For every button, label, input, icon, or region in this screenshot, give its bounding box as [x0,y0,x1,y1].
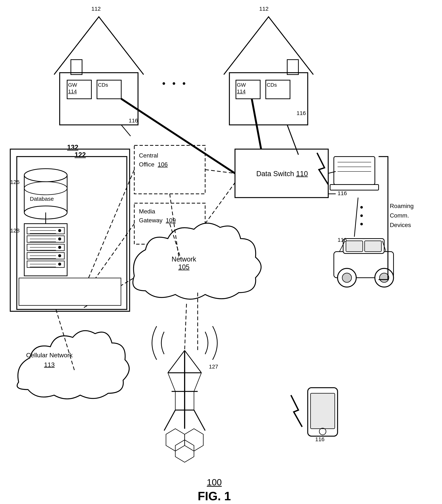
ref-116-car: 116 [338,237,347,243]
svg-marker-67 [175,440,194,462]
ref-105: 105 [178,263,189,271]
figure-title: FIG. 1 [198,489,231,503]
lightning-icon-lower [291,395,302,427]
svg-rect-0 [60,73,138,125]
svg-point-26 [58,254,61,257]
ref-116-right-house: 116 [296,110,306,116]
server-icon [24,224,67,276]
svg-line-63 [164,410,175,431]
svg-rect-22 [27,261,64,267]
svg-line-77 [84,170,134,289]
svg-point-15 [24,182,67,195]
svg-rect-13 [24,175,67,212]
roaming-comm-area: RoamingComm.Devices [390,201,414,230]
data-switch-label: Data Switch [256,170,296,178]
figure-number-area: 100 FIG. 1 [198,477,231,503]
ref-114a: 114 [68,88,77,94]
house-right [224,17,313,125]
svg-point-50 [380,273,389,282]
svg-rect-43 [334,252,393,278]
database-icon [24,169,67,219]
svg-line-86 [121,125,130,136]
cellular-network-area: Cellular Network 113 [26,350,73,369]
svg-point-25 [58,246,61,249]
svg-line-82 [328,172,336,173]
svg-rect-21 [27,253,64,259]
cellular-network-label: Cellular Network [26,351,73,359]
roaming-comm-label: RoamingComm.Devices [390,203,414,228]
svg-point-47 [338,268,356,287]
central-office-label: CentralOffice [139,152,158,168]
svg-rect-18 [27,227,64,234]
gw-label-left: GW [68,82,77,88]
svg-line-57 [168,350,185,373]
svg-line-72 [252,99,261,149]
ref-126: 126 [10,179,19,185]
phone-icon [308,388,338,436]
svg-point-49 [375,268,393,287]
ref-116-laptop: 116 [338,190,347,196]
media-gateway-area: MediaGateway 109 [135,204,204,243]
svg-rect-46 [365,241,381,252]
ref-116-phone: 116 [315,436,325,442]
svg-rect-3 [287,60,298,75]
house-left [54,17,144,125]
svg-line-58 [185,350,202,373]
database-label: Database [30,196,54,202]
svg-point-27 [58,263,61,266]
ref-114b: 114 [237,88,246,94]
comm-interface-box [19,278,121,306]
ref-106: 106 [158,161,168,168]
ref-132: 132 [67,143,78,151]
svg-point-24 [58,238,61,241]
figure-number: 100 [198,477,231,487]
svg-line-60 [194,373,202,391]
svg-line-52 [382,241,386,252]
ref-122: 122 [74,151,86,159]
ellipsis-houses: • • • [162,78,188,88]
data-switch-area: Data Switch 110 [236,150,328,198]
svg-point-16 [24,206,67,219]
svg-rect-2 [229,73,308,125]
svg-rect-44 [343,239,384,254]
svg-rect-19 [27,236,64,242]
network-label: Network [172,255,196,263]
svg-line-73 [205,170,235,173]
ellipsis-devices: ••• [360,203,362,228]
ref-112-right: 112 [259,6,269,12]
svg-rect-17 [24,224,67,276]
svg-line-64 [194,410,205,431]
ref-110: 110 [296,170,308,178]
ref-116-line1: 116 [129,117,138,124]
ref-127: 127 [209,364,218,370]
svg-marker-66 [185,429,203,451]
gw-label-right: GW [237,82,246,88]
svg-point-23 [58,229,61,232]
svg-point-14 [24,169,67,182]
ref-109: 109 [166,217,176,224]
svg-point-48 [342,273,351,282]
svg-marker-65 [166,429,185,451]
diagram: 112 112 GW 114 CDs GW 114 CDs • • • 116 … [0,0,442,504]
media-gateway-label: MediaGateway [139,208,163,224]
network-area: Network 105 [172,255,196,271]
car-icon [334,239,393,287]
svg-line-74 [205,183,235,224]
central-office-area: CentralOffice 106 [135,148,204,195]
svg-rect-45 [346,241,363,252]
laptop-icon [330,156,379,190]
ref-113: 113 [44,361,55,368]
ref-128: 128 [10,227,19,234]
svg-rect-69 [311,393,335,429]
cds-label-left: CDs [98,82,108,88]
svg-line-59 [168,373,175,391]
svg-line-81 [185,304,186,350]
cds-label-right: CDs [267,82,277,88]
svg-point-70 [319,428,326,435]
svg-line-84 [354,198,358,237]
cell-tower-icon [152,326,217,462]
svg-rect-1 [71,60,82,75]
svg-rect-20 [27,244,64,251]
svg-rect-42 [330,185,379,190]
svg-rect-38 [334,156,375,185]
